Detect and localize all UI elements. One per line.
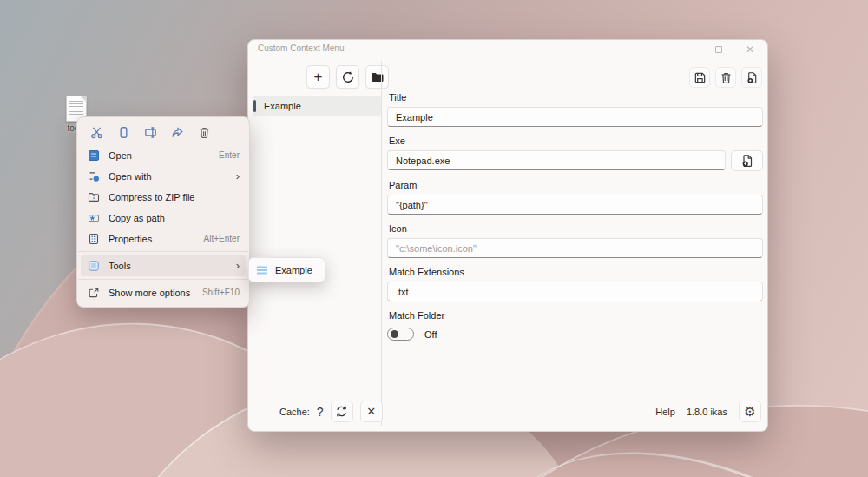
- tools-submenu[interactable]: Example: [248, 257, 326, 282]
- rename-icon[interactable]: [142, 125, 158, 139]
- add-entry-button[interactable]: +: [306, 65, 330, 89]
- version-label: 1.8.0 ikas: [687, 407, 727, 417]
- browse-exe-button[interactable]: [731, 150, 763, 171]
- icon-field-label: Icon: [389, 223, 763, 234]
- show-more-icon: [87, 287, 100, 299]
- menu-item-compress-zip[interactable]: Compress to ZIP file: [81, 187, 246, 207]
- cache-help-icon[interactable]: ?: [317, 405, 324, 419]
- copy-as-path-icon: [87, 212, 100, 224]
- cut-icon[interactable]: [89, 125, 104, 139]
- tools-icon: [87, 260, 100, 272]
- menu-separator: [78, 279, 248, 280]
- menu-item-properties[interactable]: Properties Alt+Enter: [81, 229, 246, 248]
- zip-folder-icon: [87, 191, 100, 203]
- settings-button[interactable]: ⚙: [739, 401, 761, 422]
- example-list-icon: [257, 266, 267, 275]
- param-field-label: Param: [389, 180, 763, 190]
- titlebar[interactable]: Custom Context Menu – ✕: [248, 40, 767, 59]
- exe-input[interactable]: [387, 150, 726, 170]
- close-icon: ✕: [366, 405, 376, 418]
- cache-refresh-button[interactable]: [331, 401, 353, 422]
- maximize-button[interactable]: [703, 40, 734, 59]
- open-folder-button[interactable]: [365, 65, 389, 89]
- selection-indicator: [253, 100, 256, 112]
- param-input[interactable]: [387, 195, 763, 215]
- exe-field-label: Exe: [389, 136, 763, 146]
- toggle-knob: [391, 330, 398, 338]
- toggle-state-label: Off: [424, 329, 437, 340]
- maximize-icon: [715, 46, 722, 53]
- submenu-item-label: Example: [275, 265, 312, 275]
- refresh-list-button[interactable]: [336, 65, 359, 89]
- share-icon[interactable]: [169, 125, 185, 139]
- window-title: Custom Context Menu: [258, 43, 345, 53]
- trash-icon: [720, 71, 733, 84]
- panel-divider: [381, 61, 382, 426]
- delete-icon[interactable]: [196, 125, 212, 139]
- match-extensions-label: Match Extensions: [389, 267, 763, 277]
- cache-clear-button[interactable]: ✕: [360, 401, 383, 422]
- desktop: tools Custom Context Menu – ✕ +: [0, 0, 868, 477]
- copy-icon[interactable]: [115, 125, 131, 139]
- icon-input[interactable]: [387, 238, 763, 258]
- context-menu: Open Enter Open with › Compress to ZIP f…: [76, 116, 250, 308]
- menu-entry-list-item[interactable]: Example: [253, 96, 381, 116]
- open-with-icon: [87, 170, 100, 182]
- app-window: Custom Context Menu – ✕ +: [247, 39, 768, 432]
- open-icon: [87, 149, 100, 162]
- refresh-icon: [341, 70, 355, 84]
- save-button[interactable]: [689, 67, 710, 88]
- menu-separator: [78, 251, 248, 252]
- list-item-label: Example: [264, 101, 301, 111]
- folder-icon: [371, 70, 385, 84]
- menu-item-show-more-options[interactable]: Show more options Shift+F10: [81, 282, 246, 302]
- help-link[interactable]: Help: [655, 407, 675, 417]
- entry-form: Title Exe: [387, 92, 763, 349]
- save-icon: [694, 71, 707, 84]
- menu-item-open-with[interactable]: Open with ›: [81, 166, 246, 186]
- new-file-button[interactable]: [741, 67, 762, 88]
- menu-item-open[interactable]: Open Enter: [81, 145, 246, 165]
- sync-icon: [335, 405, 348, 418]
- menu-item-tools[interactable]: Tools ›: [81, 255, 246, 276]
- new-file-icon: [746, 71, 759, 84]
- pick-file-icon: [740, 154, 754, 168]
- gear-icon: ⚙: [744, 405, 755, 418]
- delete-entry-button[interactable]: [715, 67, 736, 88]
- match-extensions-input[interactable]: [387, 282, 763, 301]
- match-folder-toggle[interactable]: [387, 328, 414, 341]
- minimize-button[interactable]: –: [672, 40, 703, 59]
- chevron-right-icon: ›: [236, 170, 240, 182]
- cache-label: Cache:: [279, 407, 310, 417]
- menu-item-copy-as-path[interactable]: Copy as path: [81, 208, 246, 228]
- quick-actions-row: [77, 122, 249, 144]
- properties-icon: [87, 233, 100, 245]
- title-field-label: Title: [389, 92, 763, 103]
- chevron-right-icon: ›: [236, 260, 240, 271]
- match-folder-label: Match Folder: [389, 310, 763, 321]
- plus-icon: +: [314, 70, 323, 84]
- title-input[interactable]: [387, 107, 763, 127]
- close-button[interactable]: ✕: [734, 40, 766, 59]
